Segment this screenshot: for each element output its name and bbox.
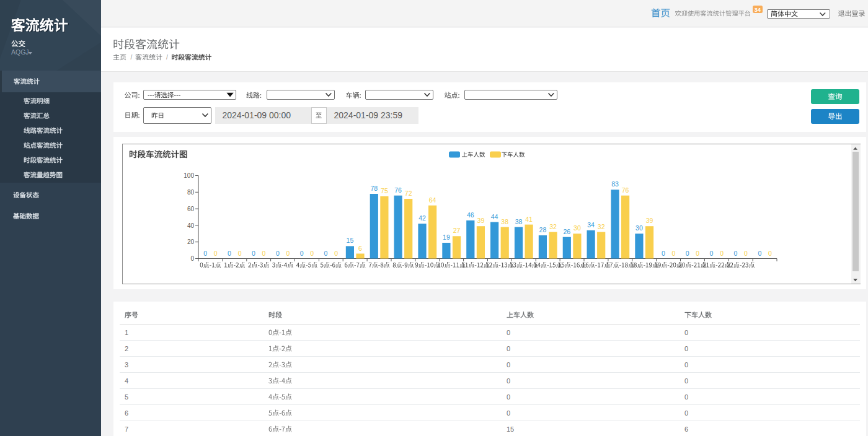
svg-text:76: 76 (394, 186, 402, 194)
svg-text:60: 60 (187, 206, 195, 212)
svg-text:0: 0 (507, 409, 510, 417)
svg-text:/: / (166, 54, 168, 61)
svg-text:0: 0 (710, 250, 714, 257)
svg-text:2024-01-09 00:00: 2024-01-09 00:00 (223, 110, 291, 120)
svg-text:15: 15 (507, 425, 514, 433)
svg-text:41: 41 (525, 216, 533, 223)
svg-text:0: 0 (203, 250, 207, 257)
svg-text:30: 30 (636, 224, 643, 232)
svg-text:15: 15 (347, 237, 354, 244)
svg-text:72: 72 (405, 190, 412, 197)
svg-text:0: 0 (507, 345, 510, 352)
svg-text:0: 0 (768, 250, 772, 257)
svg-text:42: 42 (418, 214, 426, 222)
svg-text:0: 0 (262, 250, 266, 257)
svg-text:30: 30 (574, 224, 581, 232)
svg-text:0: 0 (684, 409, 688, 417)
svg-text:0: 0 (744, 250, 748, 257)
svg-text:AQGJ: AQGJ (11, 48, 29, 56)
svg-text:83: 83 (611, 180, 619, 188)
svg-text:0: 0 (507, 393, 510, 401)
svg-text:/: / (131, 54, 133, 61)
svg-text:0: 0 (684, 361, 688, 368)
svg-text:0: 0 (286, 250, 290, 257)
svg-text:0: 0 (228, 250, 231, 257)
svg-text:100: 100 (184, 172, 194, 179)
svg-text:0: 0 (684, 393, 688, 401)
svg-text:38: 38 (515, 218, 523, 225)
svg-text:0: 0 (720, 250, 724, 257)
svg-text:39: 39 (477, 217, 485, 224)
svg-text:0: 0 (733, 250, 737, 257)
svg-text:32: 32 (549, 223, 557, 230)
svg-text:40: 40 (187, 222, 195, 229)
svg-text:46: 46 (467, 211, 474, 219)
svg-text:0: 0 (671, 250, 675, 257)
svg-text:34: 34 (755, 6, 761, 13)
svg-text:0: 0 (684, 345, 688, 352)
svg-text:0: 0 (310, 250, 314, 257)
svg-text:0: 0 (507, 377, 510, 385)
svg-text:0: 0 (190, 255, 194, 262)
svg-text:0: 0 (684, 329, 688, 336)
svg-text:5: 5 (125, 393, 128, 401)
svg-text:1: 1 (125, 329, 128, 336)
svg-text:34: 34 (587, 221, 595, 229)
svg-text:32: 32 (598, 223, 605, 230)
svg-text:0: 0 (252, 250, 255, 257)
svg-text:0: 0 (758, 250, 761, 257)
svg-text:2024-01-09 23:59: 2024-01-09 23:59 (334, 110, 403, 120)
svg-text:27: 27 (453, 227, 461, 234)
svg-text:80: 80 (187, 189, 195, 196)
svg-text:6: 6 (358, 245, 362, 252)
svg-text:64: 64 (429, 196, 436, 204)
svg-text:38: 38 (501, 218, 508, 225)
svg-text:39: 39 (646, 217, 653, 224)
svg-text:19: 19 (443, 233, 450, 241)
svg-text:7: 7 (125, 425, 128, 433)
svg-text:0: 0 (300, 250, 304, 257)
svg-text:26: 26 (563, 228, 570, 235)
svg-text:0: 0 (214, 250, 218, 257)
svg-text:0: 0 (276, 250, 280, 257)
svg-text:0: 0 (324, 250, 328, 257)
svg-text:0: 0 (507, 329, 510, 336)
svg-text:44: 44 (491, 213, 498, 220)
svg-text:0: 0 (238, 250, 242, 257)
svg-text:28: 28 (539, 226, 547, 233)
svg-text:20: 20 (187, 238, 195, 245)
svg-text:0: 0 (696, 250, 699, 257)
svg-text:6: 6 (125, 409, 128, 417)
svg-text:0: 0 (507, 361, 510, 368)
svg-text:6: 6 (684, 425, 688, 433)
svg-text:3: 3 (125, 361, 128, 368)
svg-text:0: 0 (662, 250, 665, 257)
svg-text:76: 76 (622, 186, 629, 194)
svg-text:0: 0 (686, 250, 689, 257)
svg-text:78: 78 (370, 185, 378, 192)
svg-text:0: 0 (334, 250, 338, 257)
svg-text:75: 75 (381, 187, 388, 194)
svg-text:0: 0 (684, 377, 688, 385)
svg-text:2: 2 (125, 345, 128, 352)
svg-text:4: 4 (125, 377, 128, 385)
